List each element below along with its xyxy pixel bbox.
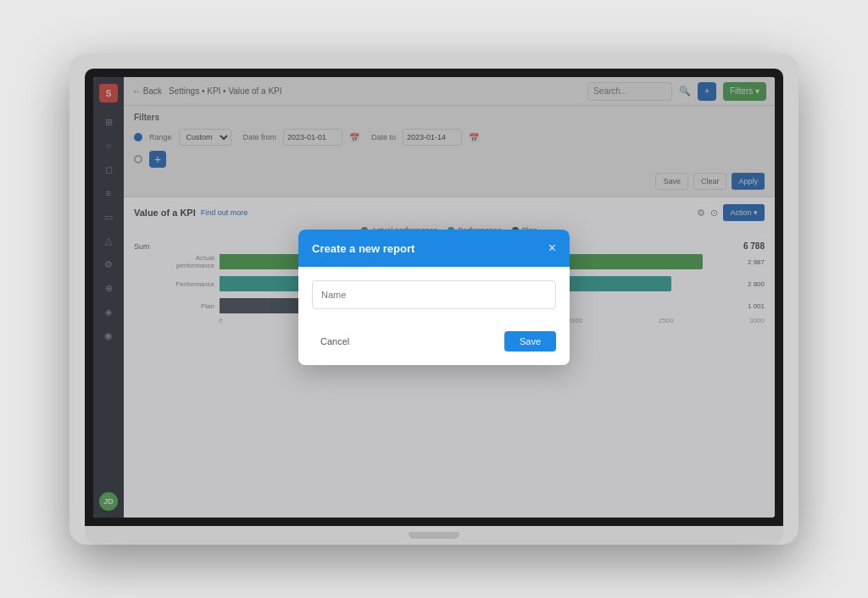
main-content: ← Back Settings • KPI • Value of a KPI 🔍… (124, 77, 775, 518)
laptop-outer: S ⊞ ○ ◻ ≡ ▭ △ ⚙ ⊕ ◈ ◉ JD (70, 53, 798, 545)
screen-bezel: S ⊞ ○ ◻ ≡ ▭ △ ⚙ ⊕ ◈ ◉ JD (85, 69, 783, 526)
laptop-screen: S ⊞ ○ ◻ ≡ ▭ △ ⚙ ⊕ ◈ ◉ JD (93, 77, 775, 518)
modal-header: Create a new report × (298, 230, 570, 267)
report-name-input[interactable] (312, 280, 556, 309)
modal-save-button[interactable]: Save (504, 331, 556, 352)
modal-cancel-button[interactable]: Cancel (312, 331, 358, 352)
laptop-base (85, 526, 783, 545)
modal-title: Create a new report (312, 242, 415, 255)
modal-body (298, 267, 570, 323)
modal-footer: Cancel Save (298, 323, 570, 365)
app-container: S ⊞ ○ ◻ ≡ ▭ △ ⚙ ⊕ ◈ ◉ JD (93, 77, 775, 518)
laptop-notch (409, 532, 459, 539)
create-report-modal: Create a new report × Cancel Save (298, 230, 570, 365)
modal-close-button[interactable]: × (548, 241, 556, 255)
modal-overlay: Create a new report × Cancel Save (124, 77, 775, 518)
